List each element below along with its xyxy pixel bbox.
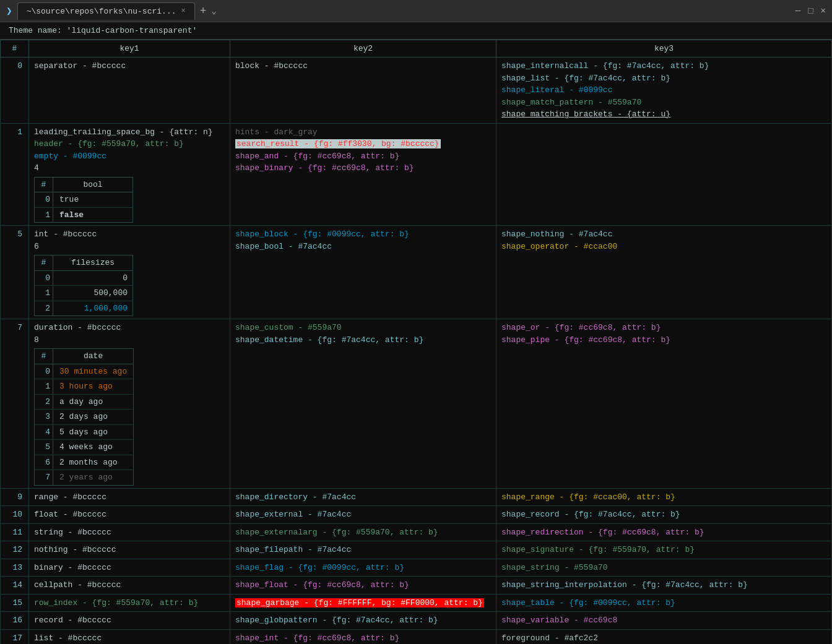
tab-dropdown-button[interactable]: ⌄: [212, 6, 217, 16]
table-row: 11 string - #bccccc shape_externalarg - …: [1, 523, 832, 541]
cell-key3: shape_or - {fg: #cc69c8, attr: b} shape_…: [496, 319, 832, 489]
cell-key2: shape_flag - {fg: #0099cc, attr: b}: [230, 559, 496, 577]
table-row: 0 separator - #bccccc block - #bccccc sh…: [1, 58, 832, 124]
cell-key3: shape_record - {fg: #7ac4cc, attr: b}: [496, 506, 832, 524]
tab-close-button[interactable]: ×: [181, 7, 185, 15]
cell-key3: foreground - #afc2c2: [496, 629, 832, 644]
cell-index: 13: [1, 559, 29, 577]
cell-key1: float - #bccccc: [29, 506, 230, 524]
cell-key3: shape_signature - {fg: #559a70, attr: b}: [496, 541, 832, 559]
cell-key3: [496, 123, 832, 226]
header-key1: key1: [29, 40, 230, 58]
cell-key2: shape_directory - #7ac4cc: [230, 488, 496, 506]
cell-key3: shape_variable - #cc69c8: [496, 612, 832, 630]
close-window-button[interactable]: ×: [821, 6, 826, 16]
table-row: 17 list - #bccccc shape_int - {fg: #cc69…: [1, 629, 832, 644]
header-key2: key2: [230, 40, 496, 58]
maximize-button[interactable]: □: [808, 6, 813, 16]
cell-key1: nothing - #bccccc: [29, 541, 230, 559]
cell-key3: shape_table - {fg: #0099cc, attr: b}: [496, 594, 832, 612]
cell-key1: range - #bccccc: [29, 488, 230, 506]
cell-key1: list - #bccccc: [29, 629, 230, 644]
cell-key2: shape_float - {fg: #cc69c8, attr: b}: [230, 577, 496, 595]
cell-key2: shape_filepath - #7ac4cc: [230, 541, 496, 559]
cell-key2: shape_custom - #559a70 shape_datetime - …: [230, 319, 496, 489]
cell-key2: shape_external - #7ac4cc: [230, 506, 496, 524]
cell-index: 0: [1, 58, 29, 124]
cell-key3: shape_range - {fg: #ccac00, attr: b}: [496, 488, 832, 506]
tab-active[interactable]: ~\source\repos\forks\nu-scri... ×: [17, 2, 195, 20]
tab-label: ~\source\repos\forks\nu-scri...: [27, 7, 176, 16]
terminal-icon: ❯: [6, 5, 12, 17]
cell-key1: duration - #bccccc 8 # date 0 30 minutes…: [29, 319, 230, 489]
cell-index: 16: [1, 612, 29, 630]
main-content: # key1 key2 key3 0 separator - #bccccc b…: [0, 40, 832, 644]
table-row: 9 range - #bccccc shape_directory - #7ac…: [1, 488, 832, 506]
theme-banner: Theme name: 'liquid-carbon-transparent': [0, 22, 832, 40]
cell-index: 11: [1, 523, 29, 541]
cell-key1: binary - #bccccc: [29, 559, 230, 577]
window-controls: ─ □ ×: [795, 6, 826, 16]
cell-key2: shape_garbage - {fg: #FFFFFF, bg: #FF000…: [230, 594, 496, 612]
cell-index: 1: [1, 123, 29, 226]
cell-key1: separator - #bccccc: [29, 58, 230, 124]
table-row: 10 float - #bccccc shape_external - #7ac…: [1, 506, 832, 524]
table-row: 12 nothing - #bccccc shape_filepath - #7…: [1, 541, 832, 559]
cell-index: 14: [1, 577, 29, 595]
cell-key1: int - #bccccc 6 # filesizes 0 0: [29, 226, 230, 319]
table-row: 14 cellpath - #bccccc shape_float - {fg:…: [1, 577, 832, 595]
cell-key1: string - #bccccc: [29, 523, 230, 541]
table-row: 7 duration - #bccccc 8 # date 0 30 minut…: [1, 319, 832, 489]
cell-key2: shape_externalarg - {fg: #559a70, attr: …: [230, 523, 496, 541]
cell-key1: cellpath - #bccccc: [29, 577, 230, 595]
data-table: # key1 key2 key3 0 separator - #bccccc b…: [0, 40, 832, 644]
cell-key2: hints - dark_gray search_result - {fg: #…: [230, 123, 496, 226]
cell-index: 17: [1, 629, 29, 644]
cell-key3: shape_nothing - #7ac4cc shape_operator -…: [496, 226, 832, 319]
cell-key3: shape_redirection - {fg: #cc69c8, attr: …: [496, 523, 832, 541]
header-index: #: [1, 40, 29, 58]
cell-key1: record - #bccccc: [29, 612, 230, 630]
new-tab-button[interactable]: +: [200, 5, 207, 17]
table-row: 15 row_index - {fg: #559a70, attr: b} sh…: [1, 594, 832, 612]
header-key3: key3: [496, 40, 832, 58]
cell-key2: shape_globpattern - {fg: #7ac4cc, attr: …: [230, 612, 496, 630]
cell-key2: shape_block - {fg: #0099cc, attr: b} sha…: [230, 226, 496, 319]
cell-key1: leading_trailing_space_bg - {attr: n} he…: [29, 123, 230, 226]
table-row: 5 int - #bccccc 6 # filesizes 0 0: [1, 226, 832, 319]
cell-index: 15: [1, 594, 29, 612]
table-row: 16 record - #bccccc shape_globpattern - …: [1, 612, 832, 630]
cell-index: 12: [1, 541, 29, 559]
table-row: 1 leading_trailing_space_bg - {attr: n} …: [1, 123, 832, 226]
cell-key3: shape_internalcall - {fg: #7ac4cc, attr:…: [496, 58, 832, 124]
cell-key2: block - #bccccc: [230, 58, 496, 124]
cell-key1: row_index - {fg: #559a70, attr: b}: [29, 594, 230, 612]
table-container[interactable]: # key1 key2 key3 0 separator - #bccccc b…: [0, 40, 832, 644]
cell-index: 10: [1, 506, 29, 524]
cell-index: 5: [1, 226, 29, 319]
minimize-button[interactable]: ─: [795, 6, 800, 16]
cell-index: 7: [1, 319, 29, 489]
cell-key3: shape_string - #559a70: [496, 559, 832, 577]
cell-key3: shape_string_interpolation - {fg: #7ac4c…: [496, 577, 832, 595]
cell-index: 9: [1, 488, 29, 506]
cell-key2: shape_int - {fg: #cc69c8, attr: b}: [230, 629, 496, 644]
table-row: 13 binary - #bccccc shape_flag - {fg: #0…: [1, 559, 832, 577]
titlebar: ❯ ~\source\repos\forks\nu-scri... × + ⌄ …: [0, 0, 832, 22]
